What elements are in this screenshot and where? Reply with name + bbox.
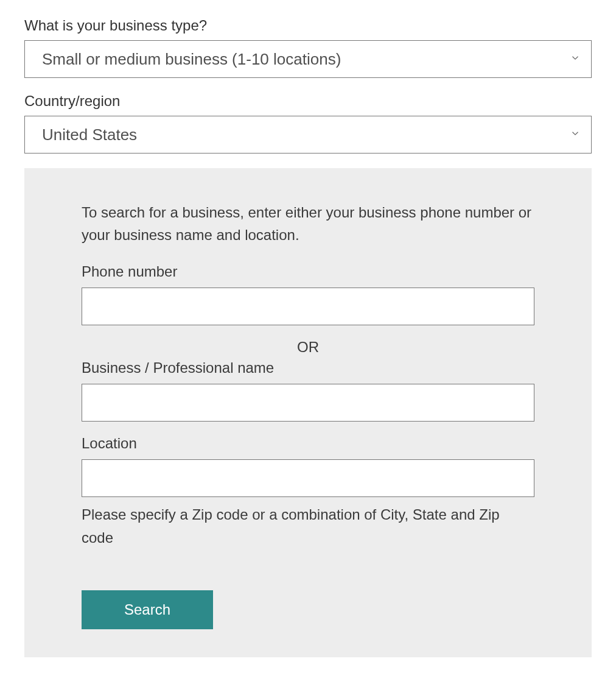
- phone-group: Phone number: [82, 263, 534, 325]
- search-intro-text: To search for a business, enter either y…: [82, 201, 534, 246]
- business-type-select[interactable]: Small or medium business (1-10 locations…: [24, 40, 592, 78]
- location-group: Location Please specify a Zip code or a …: [82, 435, 534, 548]
- business-type-group: What is your business type? Small or med…: [24, 17, 592, 78]
- business-type-label: What is your business type?: [24, 17, 592, 34]
- country-region-label: Country/region: [24, 93, 592, 110]
- country-region-select[interactable]: United States: [24, 116, 592, 154]
- country-region-select-wrapper: United States: [24, 116, 592, 154]
- phone-input[interactable]: [82, 288, 534, 325]
- or-divider: OR: [82, 339, 534, 356]
- location-help-text: Please specify a Zip code or a combinati…: [82, 503, 534, 548]
- business-name-input[interactable]: [82, 384, 534, 422]
- location-label: Location: [82, 435, 534, 452]
- business-name-label: Business / Professional name: [82, 359, 534, 376]
- search-panel: To search for a business, enter either y…: [24, 168, 592, 657]
- phone-label: Phone number: [82, 263, 534, 280]
- country-region-group: Country/region United States: [24, 93, 592, 154]
- business-type-select-wrapper: Small or medium business (1-10 locations…: [24, 40, 592, 78]
- search-button[interactable]: Search: [82, 590, 213, 629]
- business-name-group: Business / Professional name: [82, 359, 534, 422]
- location-input[interactable]: [82, 459, 534, 497]
